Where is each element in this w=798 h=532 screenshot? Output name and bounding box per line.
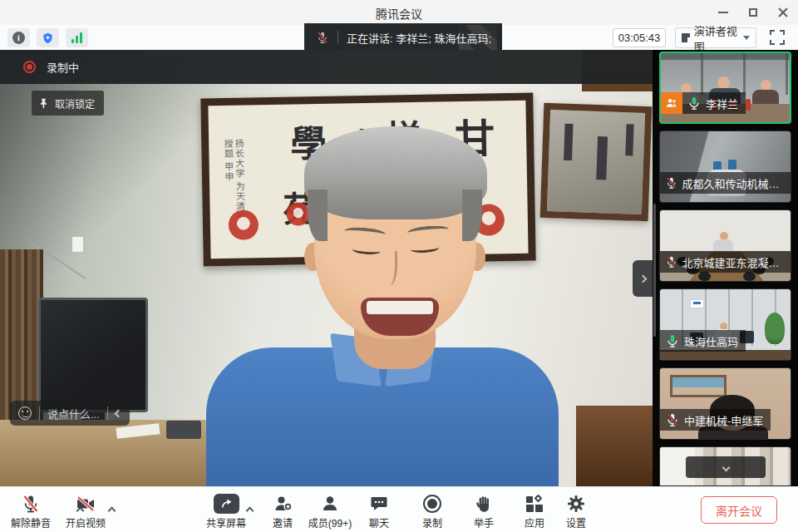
chevron-left-icon[interactable] [114, 409, 122, 417]
minimize-icon [718, 12, 728, 13]
record-button[interactable]: 录制 [406, 492, 459, 530]
participant-tile-zhuhaishigaoma[interactable]: 珠海仕高玛 [659, 288, 791, 361]
invite-label: 邀请 [273, 515, 293, 530]
chat-label: 聊天 [369, 515, 389, 530]
sidebar-collapse-handle[interactable] [633, 260, 653, 297]
members-label: 成员(99+) [308, 515, 352, 530]
record-icon [423, 495, 441, 513]
unpin-button[interactable]: 取消锁定 [32, 91, 104, 116]
participants-sidebar: 李祥兰 成都久和传动机械有限... [653, 50, 798, 486]
participant-label: 北京城建亚东混凝土有... [660, 251, 791, 273]
participant-tile-lixianglan[interactable]: 李祥兰 [659, 52, 791, 124]
invite-icon [273, 494, 293, 514]
mic-muted-icon [665, 254, 678, 269]
divider [107, 406, 108, 420]
invite-button[interactable]: 邀请 [258, 492, 308, 530]
blurred-name-patch [459, 25, 497, 50]
people-icon [665, 96, 678, 110]
recording-label: 录制中 [47, 59, 79, 75]
view-mode-dropdown[interactable]: 演讲者视图 [675, 27, 756, 48]
unmute-button[interactable]: 解除静音 [4, 492, 57, 530]
mic-speaking-icon [687, 96, 702, 111]
participant-label: 珠海仕高玛 [660, 330, 746, 352]
layout-view-icon [682, 33, 690, 42]
record-label: 录制 [422, 515, 442, 530]
settings-label: 设置 [566, 515, 586, 530]
leave-meeting-button[interactable]: 离开会议 [701, 496, 777, 524]
scrollbar[interactable] [653, 204, 656, 337]
fullscreen-button[interactable] [770, 30, 785, 45]
divider [337, 31, 338, 44]
participant-tile-chengdujiuhe[interactable]: 成都久和传动机械有限... [659, 131, 791, 203]
participant-name: 中建机械-申继军 [684, 412, 763, 428]
apps-label: 应用 [525, 515, 544, 530]
meeting-timer: 03:05:43 [613, 28, 666, 47]
divider [39, 406, 40, 420]
share-screen-label: 共享屏幕 [206, 515, 246, 530]
network-signal-icon [71, 32, 82, 43]
participant-tile-partial[interactable] [659, 446, 791, 486]
maximize-button[interactable] [738, 0, 768, 25]
window-controls [708, 0, 798, 25]
quick-chat-input[interactable]: 说点什么... [10, 401, 130, 426]
host-badge [661, 92, 682, 114]
bottom-toolbar: 解除静音 开启视频 [0, 486, 798, 532]
scroll-more-button[interactable] [686, 456, 766, 478]
participant-name: 成都久和传动机械有限... [682, 175, 783, 191]
participant-name: 北京城建亚东混凝土有... [682, 254, 783, 270]
minimize-button[interactable] [708, 0, 738, 25]
participant-name: 珠海仕高玛 [684, 333, 738, 349]
wooden-furniture [576, 406, 653, 486]
tencent-meeting-window: 腾讯会议 i [0, 0, 798, 532]
object-on-desk [166, 421, 201, 439]
titlebar: 腾讯会议 [0, 0, 798, 25]
raise-hand-label: 举手 [474, 515, 494, 530]
settings-gear-icon [566, 494, 586, 514]
mic-muted-icon [665, 175, 678, 190]
recording-banner: 录制中 [0, 50, 653, 84]
members-button[interactable]: 成员(99+) [301, 492, 359, 530]
chat-button[interactable]: 聊天 [352, 492, 406, 530]
share-screen-button[interactable]: 共享屏幕 [200, 492, 253, 530]
emoji-icon[interactable] [18, 406, 32, 420]
start-video-label: 开启视频 [66, 515, 106, 530]
participant-tile-beijingchengjian[interactable]: 北京城建亚东混凝土有... [659, 209, 791, 282]
settings-button[interactable]: 设置 [549, 492, 603, 530]
now-speaking-banner: 正在讲话: 李祥兰; 珠海仕高玛; [304, 23, 502, 52]
participant-tile-zhongjianjixie[interactable]: 中建机械-申继军 [659, 367, 791, 440]
camera-off-icon [75, 494, 96, 514]
participant-name: 李祥兰 [706, 96, 738, 111]
maximize-icon [749, 8, 757, 17]
recording-dot-icon [23, 61, 36, 73]
mic-muted-icon [21, 494, 41, 514]
mic-muted-icon [316, 31, 329, 44]
apps-icon [525, 495, 544, 513]
chat-placeholder: 说点什么... [47, 406, 100, 421]
chevron-down-icon [743, 36, 750, 40]
meeting-info-button[interactable]: i [7, 28, 30, 47]
security-button[interactable] [37, 28, 59, 47]
network-status-button[interactable] [66, 28, 88, 47]
fullscreen-icon [770, 30, 775, 35]
wall-outlet [71, 236, 84, 253]
close-button[interactable] [768, 0, 798, 25]
person-hair [304, 126, 487, 219]
share-screen-icon [214, 494, 239, 514]
info-icon: i [12, 32, 25, 44]
unpin-label: 取消锁定 [55, 96, 95, 111]
start-video-button[interactable]: 开启视频 [59, 492, 112, 530]
chat-icon [369, 494, 389, 514]
participant-label: 李祥兰 [661, 92, 746, 114]
share-options-caret[interactable] [247, 502, 253, 517]
mic-speaking-icon [665, 333, 680, 348]
security-shield-icon [42, 32, 54, 45]
window-title: 腾讯会议 [0, 5, 798, 22]
person-teeth [367, 301, 433, 314]
participant-label: 成都久和传动机械有限... [660, 172, 791, 194]
pin-icon [38, 97, 50, 110]
unmute-label: 解除静音 [11, 515, 51, 530]
raise-hand-button[interactable]: 举手 [457, 492, 510, 530]
view-mode-label: 演讲者视图 [694, 22, 737, 54]
video-options-caret[interactable] [109, 502, 115, 517]
top-toolbar: i 正在讲话: 李祥兰; 珠海仕高玛; [0, 25, 798, 50]
